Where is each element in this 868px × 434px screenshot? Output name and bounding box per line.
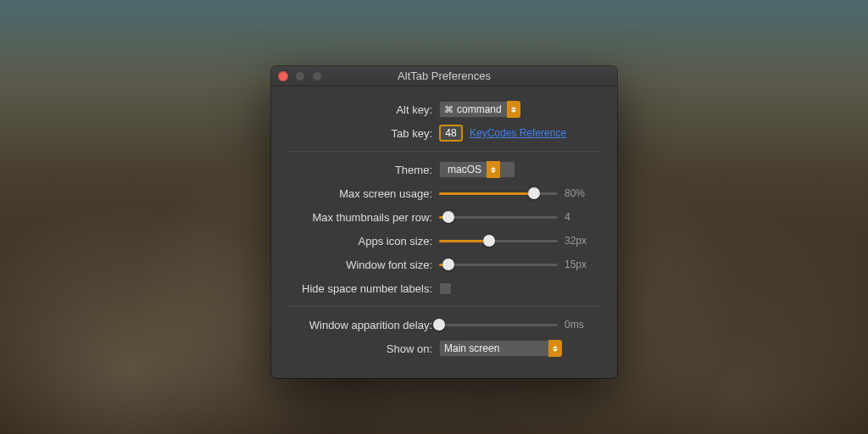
appdelay-slider[interactable]: [439, 318, 558, 331]
titlebar: AltTab Preferences: [271, 66, 617, 86]
row-tabkey: Tab key: 48 KeyCodes Reference: [288, 124, 600, 142]
showon-value: Main screen: [444, 342, 499, 354]
row-theme: Theme: macOS: [288, 160, 600, 179]
fontsize-slider[interactable]: [439, 258, 558, 271]
close-icon[interactable]: [278, 71, 288, 81]
theme-label: Theme:: [288, 164, 439, 176]
row-showon: Show on: Main screen: [288, 339, 600, 358]
command-icon: ⌘: [444, 104, 453, 115]
theme-value: macOS: [448, 164, 481, 175]
altkey-label: Alt key:: [288, 103, 439, 116]
stepper-arrows-icon: [507, 101, 520, 118]
separator: [288, 151, 600, 152]
fontsize-label: Window font size:: [288, 259, 439, 271]
row-appdelay: Window apparition delay: 0ms: [288, 315, 600, 334]
appdelay-value: 0ms: [565, 319, 598, 331]
iconsize-slider[interactable]: [439, 234, 558, 248]
iconsize-label: Apps icon size:: [288, 235, 439, 248]
maxthumbs-slider[interactable]: [439, 210, 558, 224]
row-fontsize: Window font size: 15px: [288, 255, 600, 274]
row-maxthumbs: Max thumbnails per row: 4: [288, 208, 600, 226]
row-maxscreen: Max screen usage: 80%: [288, 184, 600, 203]
tabkey-label: Tab key:: [288, 127, 439, 140]
hidespace-label: Hide space number labels:: [288, 282, 439, 295]
window-body: Alt key: ⌘ command Tab key: 48 KeyCodes …: [271, 86, 617, 378]
showon-label: Show on:: [288, 342, 439, 355]
maxscreen-value: 80%: [565, 187, 598, 199]
altkey-value: command: [457, 103, 502, 115]
maxscreen-slider[interactable]: [439, 186, 558, 200]
row-hidespace: Hide space number labels:: [288, 279, 600, 298]
minimize-icon[interactable]: [295, 71, 305, 81]
tabkey-input[interactable]: 48: [439, 125, 463, 142]
row-altkey: Alt key: ⌘ command: [288, 100, 600, 119]
preferences-window: AltTab Preferences Alt key: ⌘ command Ta…: [271, 66, 617, 378]
altkey-select[interactable]: ⌘ command: [439, 101, 520, 118]
keycodes-link[interactable]: KeyCodes Reference: [470, 127, 566, 139]
maxscreen-label: Max screen usage:: [288, 187, 439, 200]
iconsize-value: 32px: [565, 235, 598, 247]
desktop-background: AltTab Preferences Alt key: ⌘ command Ta…: [0, 0, 868, 434]
fontsize-value: 15px: [565, 259, 598, 270]
showon-select[interactable]: Main screen: [439, 340, 562, 357]
window-title: AltTab Preferences: [271, 70, 617, 82]
theme-select[interactable]: macOS: [439, 161, 515, 178]
maxthumbs-label: Max thumbnails per row:: [288, 211, 439, 224]
maxthumbs-value: 4: [565, 211, 598, 223]
hidespace-checkbox[interactable]: [439, 282, 452, 295]
separator: [288, 306, 600, 307]
row-iconsize: Apps icon size: 32px: [288, 231, 600, 250]
stepper-arrows-icon: [487, 161, 500, 178]
zoom-icon[interactable]: [312, 71, 322, 81]
stepper-arrows-icon: [548, 340, 562, 357]
traffic-lights: [278, 71, 322, 81]
appdelay-label: Window apparition delay:: [288, 319, 439, 331]
